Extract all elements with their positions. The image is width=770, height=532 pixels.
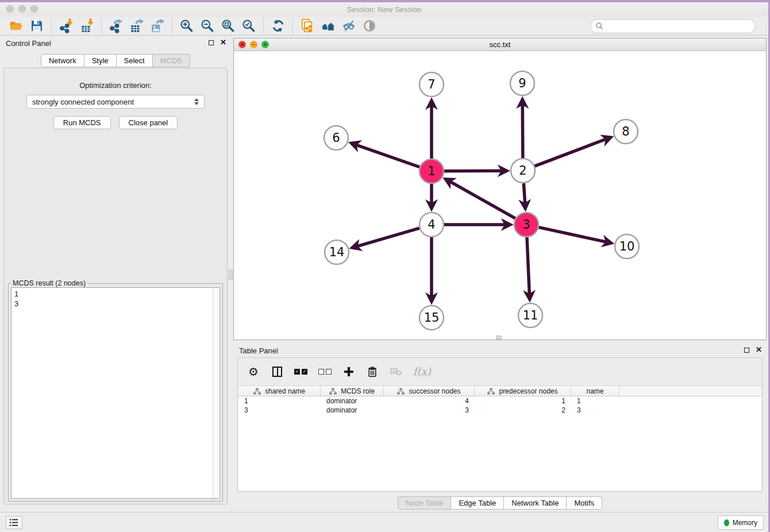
graph-edge-4-14[interactable]	[354, 228, 419, 247]
table-cell[interactable]: 1	[238, 397, 321, 405]
table-cell[interactable]: dominator	[321, 397, 384, 405]
zoom-fit-button[interactable]	[218, 17, 238, 34]
mcds-result-scrollbar[interactable]	[213, 288, 220, 498]
table-cell[interactable]: 1	[475, 397, 571, 405]
network-window-resize-handle[interactable]	[496, 336, 502, 340]
mcds-result-area[interactable]: 1 3	[11, 287, 220, 499]
column-selector-button[interactable]	[271, 365, 283, 379]
unselect-all-button[interactable]	[318, 365, 332, 379]
network-canvas[interactable]: 7968124314101511	[234, 51, 766, 340]
graph-edge-3-11[interactable]	[527, 237, 530, 298]
delete-table-button[interactable]	[390, 365, 402, 379]
tab-mcds[interactable]: MCDS	[153, 54, 190, 67]
hide-panels-button[interactable]	[338, 17, 359, 34]
column-header-mcds-role[interactable]: MCDS role	[321, 386, 384, 396]
zoom-out-icon	[200, 18, 215, 33]
window-controls	[6, 5, 38, 13]
network-minimize-button[interactable]: −	[250, 41, 257, 48]
table-cell[interactable]: dominator	[321, 406, 384, 414]
zoom-in-button[interactable]	[176, 17, 197, 34]
table-cell[interactable]: 3	[571, 406, 619, 414]
graph-edge-3-1[interactable]	[447, 180, 515, 218]
graph-node-14[interactable]: 14	[325, 240, 349, 264]
window-minimize-button[interactable]	[18, 5, 26, 13]
import-network-button[interactable]	[56, 17, 76, 34]
task-history-button[interactable]	[6, 516, 22, 529]
graph-edge-2-9[interactable]	[522, 101, 523, 158]
panel-splitter-handle[interactable]	[229, 270, 233, 280]
home-button[interactable]	[318, 17, 338, 34]
table-panel-float-icon[interactable]	[744, 348, 749, 353]
run-mcds-button[interactable]: Run MCDS	[53, 116, 111, 129]
search-input[interactable]	[604, 21, 750, 30]
graph-node-2[interactable]: 2	[511, 159, 535, 183]
network-close-button[interactable]: ✕	[238, 41, 246, 48]
memory-button[interactable]: Memory	[718, 515, 764, 530]
graph-edge-2-8[interactable]	[535, 138, 609, 166]
table-cell[interactable]: 4	[384, 397, 475, 405]
graph-node-7[interactable]: 7	[419, 72, 444, 97]
refresh-layout-button[interactable]	[268, 17, 288, 34]
save-session-button[interactable]	[26, 17, 47, 34]
column-header-shared-name[interactable]: shared name	[238, 386, 321, 396]
open-file-button[interactable]	[6, 17, 26, 34]
window-zoom-button[interactable]	[30, 5, 38, 13]
column-header-predecessor-nodes[interactable]: predecessor nodes	[475, 386, 571, 396]
graph-node-label: 7	[428, 78, 435, 91]
graph-node-9[interactable]: 9	[510, 71, 534, 95]
table-row[interactable]: 3dominator323	[238, 406, 761, 415]
graph-node-11[interactable]: 11	[518, 303, 542, 327]
network-graph[interactable]: 7968124314101511	[234, 51, 766, 340]
add-row-button[interactable]	[342, 365, 355, 379]
import-table-button[interactable]	[76, 17, 97, 34]
graph-edge-1-6[interactable]	[353, 144, 419, 167]
graph-node-10[interactable]: 10	[615, 234, 639, 259]
tab-node-table[interactable]: Node Table	[398, 496, 452, 510]
table-cell[interactable]: 3	[238, 406, 321, 414]
close-panel-button[interactable]: Close panel	[119, 116, 178, 129]
search-field[interactable]	[590, 19, 756, 33]
graph-node-3[interactable]: 3	[514, 213, 538, 237]
table-cell[interactable]: 3	[384, 406, 475, 414]
table-cell[interactable]: 2	[475, 406, 571, 414]
network-from-file-button[interactable]	[297, 17, 318, 34]
optimization-criterion-dropdown[interactable]: strongly connected component	[26, 95, 205, 109]
network-window-controls: ✕ − +	[238, 41, 269, 48]
column-header-label: predecessor nodes	[499, 387, 557, 395]
window-close-button[interactable]	[6, 5, 14, 13]
zoom-selected-button[interactable]	[238, 17, 259, 34]
delete-row-button[interactable]	[366, 365, 379, 379]
export-image-button[interactable]	[147, 17, 168, 34]
graph-edge-2-3[interactable]	[523, 183, 525, 207]
column-header-successor-nodes[interactable]: successor nodes	[384, 386, 475, 396]
tab-network[interactable]: Network	[41, 54, 84, 67]
export-network-button[interactable]	[106, 17, 126, 34]
network-window-titlebar[interactable]: ✕ − + scc.txt	[234, 38, 766, 51]
graph-node-6[interactable]: 6	[324, 126, 348, 150]
table-row[interactable]: 1dominator411	[238, 396, 761, 406]
graph-node-1[interactable]: 1	[419, 159, 444, 183]
graph-node-4[interactable]: 4	[419, 213, 444, 237]
graph-node-15[interactable]: 15	[419, 306, 444, 330]
zoom-out-button[interactable]	[197, 17, 218, 34]
table-panel-close-icon[interactable]: ✕	[756, 346, 762, 353]
zoom-in-icon	[179, 18, 194, 33]
tab-style[interactable]: Style	[84, 54, 117, 67]
function-builder-button[interactable]: f(x)	[413, 365, 431, 379]
tab-network-table[interactable]: Network Table	[504, 496, 567, 510]
tab-select[interactable]: Select	[117, 54, 153, 67]
export-table-button[interactable]	[126, 17, 147, 34]
column-header-name[interactable]: name	[571, 386, 619, 396]
table-settings-button[interactable]: ⚙	[247, 365, 260, 379]
graph-edge-3-10[interactable]	[538, 228, 609, 243]
select-all-button[interactable]: ✓ ✓	[294, 365, 307, 379]
control-panel-close-icon[interactable]: ✕	[220, 39, 226, 46]
control-panel-float-icon[interactable]	[209, 40, 214, 45]
tab-edge-table[interactable]: Edge Table	[451, 496, 504, 510]
network-zoom-button[interactable]: +	[261, 41, 269, 48]
graph-node-8[interactable]: 8	[614, 119, 638, 144]
tab-motifs[interactable]: Motifs	[567, 496, 602, 510]
table-cell[interactable]: 1	[571, 397, 619, 405]
show-view-button[interactable]	[359, 17, 380, 34]
graph-edge-1-2[interactable]	[444, 171, 505, 171]
